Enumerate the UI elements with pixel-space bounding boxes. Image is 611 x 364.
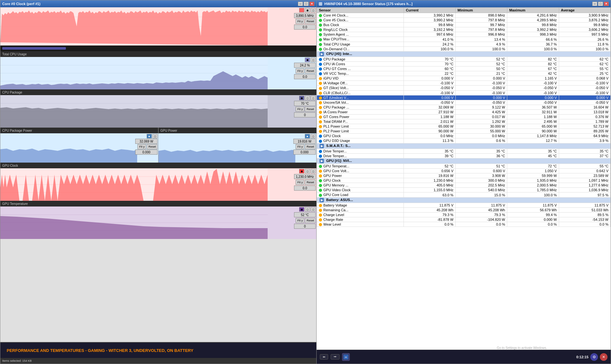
sensor-row[interactable]: GPU Memory ... 405.0 MHz 202.5 MHz 2,000… (317, 183, 611, 188)
sensor-row[interactable]: CPU Package ... 32.069 W 9.122 W 36.507 … (317, 105, 611, 109)
sensor-row[interactable]: Battery Voltage 11.875 V 11.875 V 11.875… (317, 203, 611, 207)
sensor-name: Drive Temper... (317, 149, 404, 153)
cpu-package-toggle2[interactable]: ◻ (311, 96, 316, 100)
taskbar-close-icon[interactable]: ✕ (600, 353, 607, 361)
gpu-temp-controls: ◼ ◻ ◻ 52 °C Fit y Reset 0 (291, 206, 316, 229)
cpu-package-color-btn[interactable]: ◼ (299, 96, 304, 100)
taskbar-settings-icon[interactable]: ⚙ (590, 353, 598, 361)
sensor-row[interactable]: GPU D3D Usage 11.3 % 0.6 % 12.7 % 3.9 % (317, 138, 611, 143)
gpu-power-toggle[interactable]: ◻ (311, 134, 316, 138)
cpu-package-label: CPU Package (0, 89, 316, 95)
sensor-row[interactable]: CPU GT Cores ... 60 °C 50 °C 67 °C 55 °C (317, 66, 611, 71)
sensor-row[interactable]: Remaining Ca... 45.208 Wh 45.208 Wh 56.6… (317, 207, 611, 212)
cpu-usage-reset-btn[interactable]: Reset (305, 68, 316, 74)
gpu-temp-toggle1[interactable]: ◻ (305, 207, 310, 212)
core-clock-reset-btn[interactable]: Reset (305, 19, 316, 24)
sensor-row[interactable]: iGPU VID 0.000 V 0.000 V 1.165 V 0.068 V (317, 76, 611, 81)
core-clock-svg (0, 7, 268, 46)
cpu-pkg-action-btns: Fit y Reset (137, 144, 158, 149)
cpu-pkg-reset-btn[interactable]: Reset (147, 144, 158, 149)
taskbar-forward-btn[interactable]: ⮕ (331, 354, 340, 360)
gpu-clock-fity-btn[interactable]: Fit y (296, 180, 304, 185)
minimize-button-right[interactable]: ─ (592, 2, 597, 6)
taskbar-app-icon[interactable]: H (342, 353, 350, 361)
sensor-row[interactable]: PL1 Power Limit 65.000 W 30.000 W 65.000… (317, 124, 611, 129)
sensor-row[interactable]: Wear Level 0.0 % 0.0 % 0.0 % 0.0 % (317, 222, 611, 227)
cpu-pkg-color-btn[interactable]: ■ (147, 134, 152, 138)
sensor-current: 3,192.2 MHz (404, 27, 455, 32)
sensor-row[interactable]: Drive Temper... 39 °C 36 °C 45 °C 37 °C (317, 153, 611, 158)
sensor-row[interactable]: CPU IA Cores 70 °C 52 °C 82 °C 62 °C (317, 61, 611, 66)
sensor-row[interactable]: GPU Clock 0.0 MHz 0.0 MHz 1,147.8 MHz 64… (317, 134, 611, 138)
core-clock-fity-btn[interactable]: Fit y (296, 19, 304, 24)
cpu-usage-toggle1[interactable]: ◻ (311, 58, 316, 62)
sensor-row[interactable]: GT (Slice) Volt... -0.050 V -0.050 V -0.… (317, 86, 611, 90)
sensor-row[interactable]: Charge Rate -81.878 W -104.820 W 0.000 W… (317, 217, 611, 222)
sensor-row[interactable]: IA Voltage Off... -0.100 V -0.100 V -0.1… (317, 81, 611, 86)
sensor-row[interactable]: GPU Power 19.816 W 3.908 W 59.999 W 23.5… (317, 173, 611, 178)
taskbar-time: 0:12:15 (576, 355, 588, 359)
sensor-row[interactable]: Core #5 Clock... 3,990.2 MHz 797.8 MHz 4… (317, 18, 611, 23)
maximize-button-right[interactable]: □ (598, 2, 603, 6)
cpu-package-toggle1[interactable]: ◻ (305, 96, 310, 100)
gpu-clock-color-btn[interactable]: ◼ (299, 169, 304, 173)
cpu-usage-fity-btn[interactable]: Fit y (296, 68, 304, 74)
cpu-pkg-toggle[interactable]: ◻ (152, 134, 158, 138)
minimize-button-left[interactable]: ─ (298, 2, 303, 6)
close-button-right[interactable]: ✕ (604, 2, 609, 6)
sensor-row[interactable]: GPU Core Load 63.0 % 15.0 % 100.0 % 97.5… (317, 192, 611, 197)
sensor-row[interactable]: Total CPU Usage 24.2 % 4.9 % 36.7 % 11.8… (317, 42, 611, 46)
gpu-temp-color-btn[interactable]: ◼ (299, 207, 304, 212)
sensor-row[interactable]: GT (Unslice) V... 0.000 V 0.000 V 0.000 … (317, 95, 611, 100)
sensor-row[interactable]: Core #4 Clock... 3,990.2 MHz 898.0 MHz 4… (317, 13, 611, 18)
sensor-max: 0.0 % (507, 222, 559, 227)
gpu-temp-reset-btn[interactable]: Reset (305, 218, 316, 223)
gpu-power-color-btn[interactable]: ■ (305, 134, 310, 138)
sensor-row[interactable]: Bus Clock 99.8 MHz 99.7 MHz 99.8 MHz 99.… (317, 23, 611, 27)
sensor-row[interactable]: IA Cores Power 27.910 W 4.425 W 32.911 W… (317, 109, 611, 114)
sensor-avg: 55 °C (559, 164, 610, 168)
core-clock-toggle1[interactable]: ◼ (305, 8, 310, 12)
sensor-row[interactable]: Total DRAM P... 2.011 W 1.292 W 2.495 W … (317, 119, 611, 124)
sensor-row[interactable]: VR VCC Temp... 22 °C 21 °C 42 °C 25 °C (317, 71, 611, 76)
sensor-row[interactable]: Max CPU/Thre... 41.0 % 13.4 % 66.6 % 26.… (317, 37, 611, 42)
sensor-row[interactable]: Ring/LLC Clock 3,192.2 MHz 797.8 MHz 3,9… (317, 27, 611, 32)
gpu-clock-reset-btn[interactable]: Reset (305, 180, 316, 185)
cpu-package-reset-btn[interactable]: Reset (305, 107, 316, 112)
close-button-left[interactable]: ✕ (309, 2, 314, 6)
gpu-power-reset-btn[interactable]: Reset (305, 144, 316, 149)
core-clock-color-controls: ◼ ◻ (299, 8, 316, 12)
sensor-row[interactable]: CLR (CBo/LLC/... -0.100 V -0.100 V -0.10… (317, 90, 611, 95)
activate-notice: Go to Settings to activate Windows. (497, 346, 547, 350)
sensor-avg: 35 °C (559, 149, 610, 153)
sensor-row[interactable]: GPU Core Volt... 0.656 V 0.600 V 1.050 V… (317, 169, 611, 173)
sensor-row[interactable]: GPU Clock 1,230.0 MHz 300.0 MHz 1,935.0 … (317, 178, 611, 183)
core-clock-toggle2[interactable]: ◻ (311, 8, 316, 12)
sensor-min: 50 °C (455, 66, 507, 71)
sensor-row[interactable]: GPU Video Clock 1,155.0 MHz 540.0 MHz 1,… (317, 188, 611, 192)
sensor-row[interactable]: Drive Temper... 35 °C 35 °C 35 °C 35 °C (317, 149, 611, 153)
cpu-usage-color-btn[interactable]: ◼ (305, 58, 310, 62)
sensor-row[interactable]: CPU Package 70 °C 52 °C 82 °C 62 °C (317, 57, 611, 61)
sensor-row[interactable]: PL2 Power Limit 90.000 W 55.000 W 90.000… (317, 129, 611, 134)
gpu-temp-toggle2[interactable]: ◻ (311, 207, 316, 212)
sensor-row[interactable]: Uncore/SA Vol... -0.050 V -0.050 V -0.05… (317, 100, 611, 105)
sensor-min: 21 °C (455, 71, 507, 76)
gpu-power-fity-btn[interactable]: Fit y (296, 144, 304, 149)
sensor-min: 30.000 W (455, 124, 507, 129)
gpu-temp-fity-btn[interactable]: Fit y (296, 218, 304, 223)
core-clock-color-btn[interactable] (299, 8, 304, 12)
sensor-min: 11.875 V (455, 203, 507, 207)
sensor-row[interactable]: On-Demand Cl... 100.0 % 100.0 % 100.0 % … (317, 46, 611, 51)
gpu-clock-toggle1[interactable]: ◻ (305, 169, 310, 173)
restore-button-left[interactable]: □ (304, 2, 309, 6)
cpu-package-fity-btn[interactable]: Fit y (296, 107, 304, 112)
sensor-row[interactable]: GT Cores Power 1.188 W 0.017 W 1.188 W 0… (317, 114, 611, 119)
taskbar-back-btn[interactable]: ⬅ (320, 354, 328, 360)
gpu-clock-toggle2[interactable]: ◻ (311, 169, 316, 173)
sensor-row[interactable]: System Agent ... 997.6 MHz 996.8 MHz 998… (317, 32, 611, 37)
sensor-row[interactable]: Charge Level 79.3 % 79.3 % 99.4 % 89.5 % (317, 212, 611, 217)
sensor-row[interactable]: GPU Temperat... 52 °C 51 °C 72 °C 55 °C (317, 164, 611, 168)
cpu-pkg-fity-btn[interactable]: Fit y (137, 144, 146, 149)
sensor-name: Total DRAM P... (317, 119, 404, 124)
